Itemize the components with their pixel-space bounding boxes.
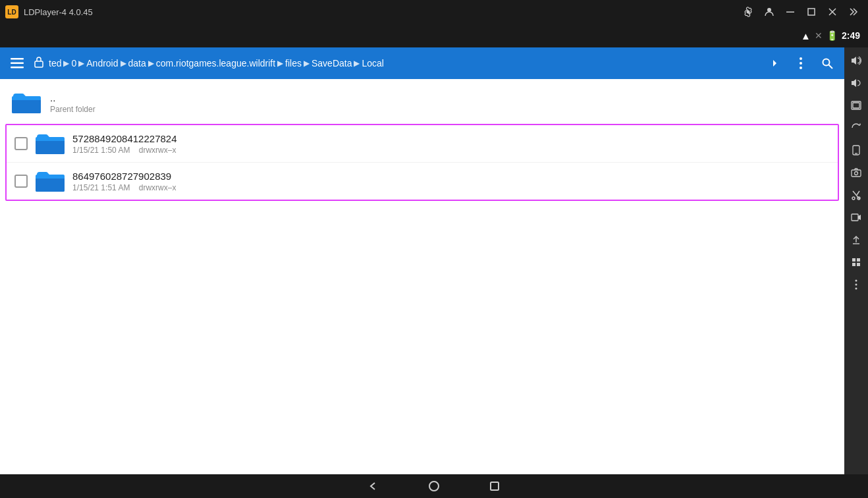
breadcrumb-more-arrow[interactable] [763, 51, 786, 75]
breadcrumb-path: ted ▶ 0 ▶ Android ▶ data ▶ com.riotgames… [49, 58, 757, 69]
breadcrumb-actions [763, 51, 839, 75]
svg-rect-24 [852, 214, 858, 221]
breadcrumb-0[interactable]: 0 [71, 58, 76, 69]
svg-line-14 [829, 65, 833, 69]
breadcrumb-bar: ted ▶ 0 ▶ Android ▶ data ▶ com.riotgames… [0, 47, 844, 79]
statusbar: ▲ ✕ 🔋 2:49 [0, 24, 868, 47]
status-icons: ▲ ✕ 🔋 2:49 [801, 30, 860, 42]
breadcrumb-local[interactable]: Local [362, 58, 383, 69]
parent-folder-info: .. Parent folder [50, 92, 834, 114]
parent-folder-item[interactable]: .. Parent folder [0, 84, 844, 121]
right-sidebar [844, 47, 868, 474]
status-time: 2:49 [842, 30, 860, 41]
parent-folder-dots: .. [50, 92, 834, 103]
folder-name-1: 864976028727902839 [72, 171, 830, 182]
svg-rect-9 [35, 61, 43, 67]
folder-info-0: 5728849208412227824 1/15/21 1:50 AM drwx… [72, 133, 830, 155]
svg-point-22 [852, 197, 855, 200]
svg-rect-28 [857, 258, 860, 262]
svg-point-11 [800, 62, 802, 65]
svg-rect-8 [11, 67, 24, 69]
breadcrumb-package[interactable]: com.riotgames.league.wildrift [156, 58, 275, 69]
more-options-button[interactable] [846, 274, 867, 295]
close-button[interactable] [823, 3, 842, 21]
hamburger-menu-button[interactable] [5, 51, 29, 75]
svg-point-34 [429, 482, 439, 491]
logo-text: LD [7, 9, 16, 16]
breadcrumb-android[interactable]: Android [86, 58, 118, 69]
svg-rect-6 [11, 58, 24, 60]
svg-point-1 [767, 8, 771, 12]
upload-button[interactable] [846, 229, 867, 250]
main-layout: ted ▶ 0 ▶ Android ▶ data ▶ com.riotgames… [0, 47, 868, 474]
svg-rect-19 [852, 170, 861, 177]
svg-rect-27 [852, 258, 855, 262]
cut-button[interactable] [846, 184, 867, 206]
svg-point-12 [800, 67, 802, 69]
battery-icon: 🔋 [827, 30, 838, 41]
record-button[interactable] [846, 207, 867, 228]
recent-apps-button[interactable] [484, 476, 505, 497]
folder-item-1[interactable]: 864976028727902839 1/15/21 1:51 AM drwxr… [7, 163, 838, 200]
svg-point-31 [855, 280, 857, 282]
folder-icon-0 [34, 130, 66, 157]
svg-rect-29 [852, 263, 855, 266]
breadcrumb-data[interactable]: data [128, 58, 146, 69]
breadcrumb-ted[interactable]: ted [49, 58, 61, 69]
folder-meta-1: 1/15/21 1:51 AM drwxrwx–x [72, 183, 830, 192]
svg-rect-3 [808, 9, 815, 15]
volume-down-button[interactable] [846, 72, 867, 94]
rotate-button[interactable] [846, 117, 867, 138]
svg-rect-16 [853, 103, 859, 108]
svg-point-32 [855, 284, 857, 286]
grid-button[interactable] [846, 252, 867, 273]
home-button[interactable] [423, 476, 445, 497]
titlebar: LD LDPlayer-4 4.0.45 [0, 0, 868, 24]
more-button[interactable] [844, 3, 863, 21]
shake-button[interactable] [846, 140, 867, 161]
overflow-menu-button[interactable] [789, 51, 813, 75]
signal-x-icon: ✕ [815, 30, 823, 41]
breadcrumb-savedata[interactable]: SaveData [312, 58, 352, 69]
folder-name-0: 5728849208412227824 [72, 133, 830, 144]
lock-icon [34, 56, 43, 70]
bottom-nav [0, 474, 868, 498]
selection-container: 5728849208412227824 1/15/21 1:50 AM drwx… [5, 124, 839, 201]
volume-up-button[interactable] [846, 50, 867, 71]
app-logo: LD [5, 5, 18, 18]
folder-meta-0: 1/15/21 1:50 AM drwxrwx–x [72, 146, 830, 155]
search-button[interactable] [815, 51, 839, 75]
svg-point-33 [855, 288, 857, 290]
folder-checkbox-0[interactable] [14, 137, 28, 150]
back-button[interactable] [363, 476, 384, 497]
svg-rect-2 [786, 12, 794, 13]
wifi-icon: ▲ [801, 30, 811, 42]
account-button[interactable] [760, 3, 778, 21]
file-manager: ted ▶ 0 ▶ Android ▶ data ▶ com.riotgames… [0, 47, 844, 474]
fullscreen-button[interactable] [846, 95, 867, 116]
folder-icon-1 [34, 168, 66, 194]
svg-rect-35 [491, 482, 499, 490]
parent-folder-label: Parent folder [50, 105, 834, 114]
maximize-button[interactable] [802, 3, 821, 21]
svg-point-13 [823, 59, 830, 66]
svg-point-20 [855, 172, 858, 175]
folder-item-0[interactable]: 5728849208412227824 1/15/21 1:50 AM drwx… [7, 125, 838, 163]
folder-info-1: 864976028727902839 1/15/21 1:51 AM drwxr… [72, 171, 830, 192]
titlebar-controls [739, 3, 863, 21]
folder-checkbox-1[interactable] [14, 175, 28, 188]
minimize-button[interactable] [781, 3, 800, 21]
screenshot-button[interactable] [846, 162, 867, 183]
app-title: LDPlayer-4 4.0.45 [24, 7, 739, 17]
breadcrumb-files[interactable]: files [285, 58, 302, 69]
svg-rect-30 [857, 263, 860, 266]
svg-rect-7 [11, 63, 24, 65]
svg-point-10 [800, 57, 802, 60]
file-list: .. Parent folder 57288492084 [0, 79, 844, 474]
parent-folder-icon [11, 90, 42, 116]
settings-button[interactable] [739, 3, 757, 21]
